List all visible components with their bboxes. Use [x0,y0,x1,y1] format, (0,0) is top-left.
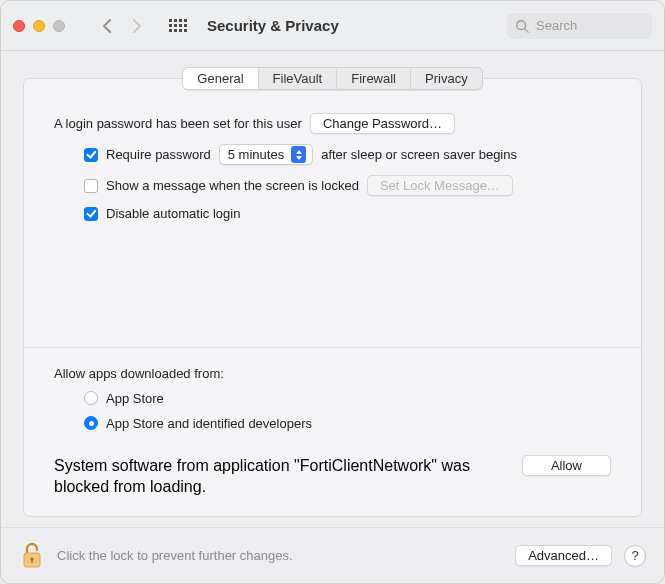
show-all-icon[interactable] [169,19,187,32]
svg-rect-4 [31,559,33,563]
footer: Click the lock to prevent further change… [1,527,664,583]
tab-general[interactable]: General [183,68,257,89]
allow-app-store-label: App Store [106,391,164,406]
security-privacy-window: Security & Privacy General FileVault Fir… [0,0,665,584]
close-window-button[interactable] [13,20,25,32]
general-panel: A login password has been set for this u… [23,78,642,517]
require-password-checkbox[interactable] [84,148,98,162]
minimize-window-button[interactable] [33,20,45,32]
tab-filevault[interactable]: FileVault [258,68,337,89]
lock-icon[interactable] [19,541,45,571]
allow-identified-developers-radio[interactable] [84,416,98,430]
up-down-stepper-icon [291,146,306,163]
after-sleep-label: after sleep or screen saver begins [321,147,517,162]
allow-blocked-button[interactable]: Allow [522,455,611,476]
disable-automatic-login-label: Disable automatic login [106,206,240,221]
disable-automatic-login-checkbox[interactable] [84,207,98,221]
help-button[interactable]: ? [624,545,646,567]
search-input[interactable] [534,17,644,34]
back-button[interactable] [95,14,119,38]
advanced-button[interactable]: Advanced… [515,545,612,566]
svg-line-1 [525,28,529,32]
set-lock-message-button: Set Lock Message… [367,175,513,196]
forward-button[interactable] [125,14,149,38]
tabs: General FileVault Firewall Privacy [182,67,482,90]
window-title: Security & Privacy [207,17,339,34]
allow-apps-heading: Allow apps downloaded from: [54,366,224,381]
search-icon [515,19,529,33]
tab-privacy[interactable]: Privacy [410,68,482,89]
show-lock-message-label: Show a message when the screen is locked [106,178,359,193]
search-field[interactable] [507,13,652,39]
window-controls [13,20,65,32]
zoom-window-button [53,20,65,32]
change-password-button[interactable]: Change Password… [310,113,455,134]
require-password-delay-value: 5 minutes [228,147,284,162]
require-password-delay-popup[interactable]: 5 minutes [219,144,313,165]
blocked-software-text: System software from application "FortiC… [54,455,502,498]
show-lock-message-checkbox[interactable] [84,179,98,193]
login-password-set-text: A login password has been set for this u… [54,116,302,131]
allow-app-store-radio[interactable] [84,391,98,405]
allow-identified-developers-label: App Store and identified developers [106,416,312,431]
titlebar: Security & Privacy [1,1,664,51]
require-password-label: Require password [106,147,211,162]
tab-firewall[interactable]: Firewall [336,68,410,89]
lock-hint-text: Click the lock to prevent further change… [57,548,293,563]
